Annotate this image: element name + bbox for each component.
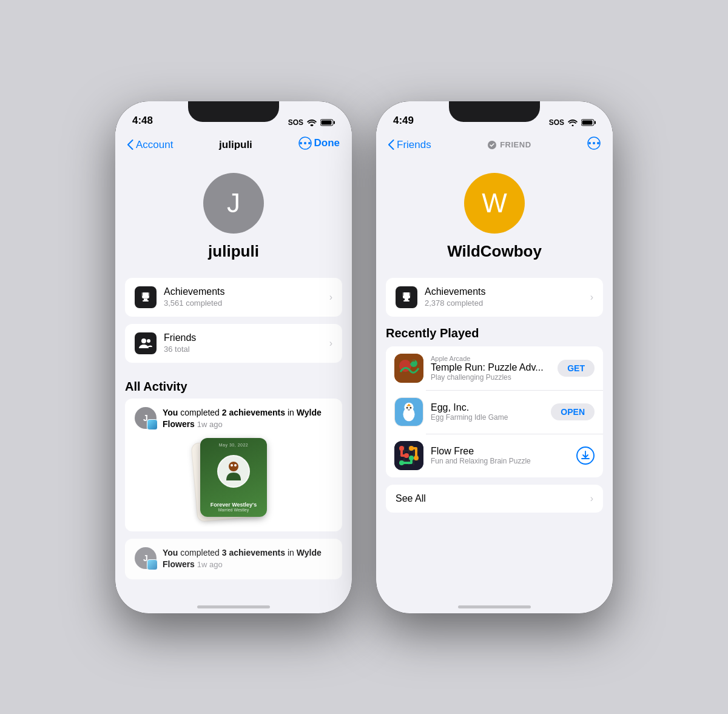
notch-2 [449, 101, 540, 122]
svg-rect-2 [334, 121, 335, 124]
svg-point-53 [409, 456, 414, 460]
home-indicator-1 [197, 605, 270, 608]
svg-point-51 [414, 456, 419, 460]
game-row-flow-free[interactable]: Flow Free Fun and Relaxing Brain Puzzle [386, 434, 603, 477]
achievements-icon-1 [135, 286, 157, 308]
people-icon-1 [139, 338, 152, 349]
svg-rect-12 [143, 300, 149, 301]
achievements-label-1: Achievements [164, 286, 329, 297]
game-card-circle [217, 455, 250, 488]
temple-run-text: Apple Arcade Temple Run: Puzzle Adv... P… [431, 355, 558, 382]
see-all-row[interactable]: See All › [386, 485, 603, 513]
recently-played-card: Apple Arcade Temple Run: Puzzle Adv... P… [386, 346, 603, 477]
game-row-temple-run[interactable]: Apple Arcade Temple Run: Puzzle Adv... P… [386, 346, 603, 390]
screen-content-2[interactable]: Friends FRIEND [376, 132, 613, 613]
achievements-row-2[interactable]: Achievements 2,378 completed › [386, 278, 603, 317]
activity-row-2: J You completed 3 achievements in Wylde … [135, 547, 332, 571]
status-icons-1: SOS [288, 118, 335, 127]
achievements-text-2: Achievements 2,378 completed [425, 286, 590, 308]
egg-inc-desc: Egg Farming Idle Game [431, 413, 551, 422]
friends-card-1: Friends 36 total › [125, 324, 342, 363]
egg-inc-open-button[interactable]: OPEN [551, 403, 595, 420]
time-2: 4:49 [393, 115, 414, 127]
svg-point-40 [410, 406, 411, 408]
sos-label-1: SOS [288, 118, 303, 127]
download-icon [581, 451, 590, 460]
more-button-2[interactable] [587, 136, 601, 153]
achievements-row-1[interactable]: Achievements 3,561 completed › [125, 278, 342, 317]
nav-bar-2: Friends FRIEND [376, 132, 613, 161]
svg-point-39 [406, 406, 408, 408]
svg-point-25 [593, 142, 595, 144]
activity-in-2: in [288, 548, 297, 557]
svg-point-24 [588, 142, 591, 144]
nav-bar-1: Account julipuli Done [115, 132, 352, 161]
checkmark-badge-icon [487, 140, 497, 150]
svg-rect-3 [322, 120, 332, 124]
avatar-initial-2: W [482, 188, 507, 218]
activity-avatar-2: J [135, 547, 157, 569]
activity-you-2: You [163, 548, 178, 557]
screen-content-1[interactable]: Account julipuli Done [115, 132, 352, 613]
activity-row-1: J You completed 2 achievements in Wylde … [135, 407, 332, 431]
profile-section-2: W WildCowboy [376, 161, 613, 278]
temple-run-get-button[interactable]: GET [558, 360, 595, 377]
activity-avatar-1: J [135, 407, 157, 429]
svg-point-16 [229, 462, 238, 471]
temple-run-desc: Play challenging Puzzles [431, 373, 558, 382]
friend-badge-text: FRIEND [500, 140, 531, 149]
activity-in-1: in [288, 408, 297, 417]
activity-you-1: You [163, 408, 178, 417]
svg-rect-29 [402, 292, 403, 296]
achievements-text-1: Achievements 3,561 completed [164, 286, 329, 308]
achievements-label-2: Achievements [425, 286, 590, 297]
home-indicator-2 [458, 605, 531, 608]
svg-point-19 [572, 124, 574, 126]
egg-inc-title: Egg, Inc. [431, 402, 551, 413]
activity-num-2: 3 achievements [222, 548, 285, 557]
temple-run-art [394, 354, 423, 383]
back-button-1[interactable]: Account [127, 139, 173, 151]
svg-rect-21 [595, 121, 596, 124]
achievements-card-1: Achievements 3,561 completed › [125, 278, 342, 317]
achievements-chevron-1: › [329, 292, 332, 303]
svg-point-48 [399, 446, 404, 451]
avatar-initial-1: J [227, 188, 240, 218]
avatar-1: J [203, 173, 264, 234]
activity-time-1: 1w ago [197, 420, 223, 429]
svg-point-5 [304, 142, 306, 144]
see-all-text: See All [396, 493, 426, 504]
achievements-card-2: Achievements 2,378 completed › [386, 278, 603, 317]
back-label-2: Friends [397, 139, 431, 151]
profile-name-1: julipuli [208, 242, 259, 261]
time-1: 4:48 [132, 115, 153, 127]
svg-point-14 [141, 338, 146, 343]
phone-2: 4:49 SOS [376, 101, 613, 613]
sos-label-2: SOS [549, 118, 564, 127]
flow-free-download-button[interactable] [576, 446, 595, 465]
friends-row-1[interactable]: Friends 36 total › [125, 324, 342, 363]
back-button-2[interactable]: Friends [388, 139, 431, 151]
activity-completed-1: completed [180, 408, 221, 417]
phone-1: 4:48 SOS [115, 101, 352, 613]
activity-completed-2: completed [180, 548, 221, 557]
done-button-1[interactable]: Done [298, 136, 340, 153]
friends-icon-1 [135, 332, 157, 354]
egg-inc-art [395, 397, 423, 426]
back-chevron-2 [388, 140, 394, 150]
flow-free-icon [394, 441, 423, 470]
back-chevron-1 [127, 140, 133, 150]
flow-free-title: Flow Free [431, 446, 576, 457]
game-card-subtitle-text: Married Westley [218, 508, 249, 512]
svg-point-6 [308, 142, 311, 144]
game-row-egg-inc[interactable]: Egg, Inc. Egg Farming Idle Game OPEN [386, 390, 603, 434]
svg-point-50 [409, 446, 414, 451]
profile-section-1: J julipuli [115, 161, 352, 278]
achievements-count-2: 2,378 completed [425, 298, 590, 308]
activity-text-2: You completed 3 achievements in Wylde Fl… [163, 547, 332, 571]
temple-run-source: Apple Arcade [431, 355, 558, 362]
achievements-chevron-2: › [590, 292, 593, 303]
temple-run-title: Temple Run: Puzzle Adv... [431, 362, 558, 373]
avatar-2: W [464, 173, 525, 234]
activity-time-2: 1w ago [197, 560, 223, 569]
